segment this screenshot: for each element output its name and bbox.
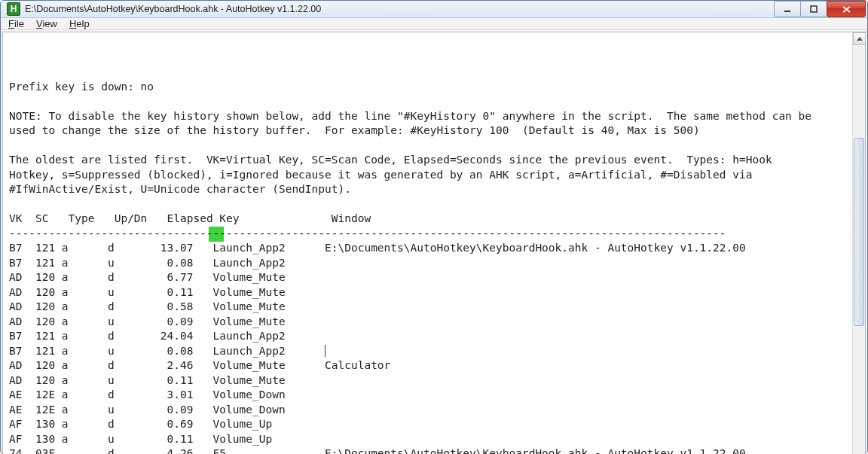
svg-rect-0 [784,11,790,12]
maximize-button[interactable] [800,1,827,17]
scroll-up-button[interactable] [853,32,866,45]
chevron-up-icon [857,37,863,41]
minimize-icon [784,5,792,14]
vertical-scrollbar[interactable] [852,32,865,454]
window-controls [775,1,866,17]
app-window: H E:\Documents\AutoHotkey\KeyboardHook.a… [0,0,868,454]
text-cursor [325,345,326,357]
minimize-button[interactable] [774,1,801,17]
close-icon [842,5,851,14]
client-area: Prefix key is down: no NOTE: To disable … [2,32,866,454]
close-button[interactable] [827,1,866,17]
titlebar[interactable]: H E:\Documents\AutoHotkey\KeyboardHook.a… [1,1,867,18]
menubar: File View Help [1,18,867,30]
svg-rect-1 [811,6,817,12]
app-icon: H [7,2,20,16]
menu-view[interactable]: View [36,18,57,29]
window-title: E:\Documents\AutoHotkey\KeyboardHook.ahk… [25,4,321,14]
scroll-thumb[interactable] [854,138,864,326]
key-history-text[interactable]: Prefix key is down: no NOTE: To disable … [3,32,852,454]
maximize-icon [810,5,818,14]
menu-help[interactable]: Help [69,18,90,29]
menu-file[interactable]: File [8,18,24,29]
